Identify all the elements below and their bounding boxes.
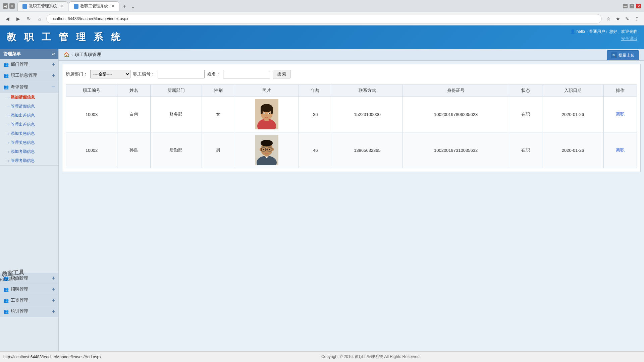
browser-tab-1[interactable]: 教职工管理系统 ✕ <box>17 1 68 11</box>
breadcrumb-separator: › <box>71 52 73 57</box>
manage-reward-label: 管理奖惩信息 <box>11 140 35 145</box>
training-label: 培训管理 <box>11 308 28 314</box>
ext-icon-3[interactable]: ✎ <box>623 15 631 23</box>
sidebar-section-position: 教室工具 KKK录像机 👥 职位管理 + <box>0 273 58 284</box>
td-id-card-2: 100200197310035632 <box>402 132 509 168</box>
sidebar-collapse-btn[interactable]: « <box>52 51 55 57</box>
table-header-row: 职工编号 姓名 所属部门 性别 照片 年龄 联系方式 身份证号 状态 入职日期 … <box>66 85 637 97</box>
upload-btn[interactable]: 🔍 批量上传 <box>607 50 639 60</box>
td-action-2[interactable]: 离职 <box>604 132 637 168</box>
td-age-2: 46 <box>299 132 332 168</box>
eval-icon: 👥 <box>3 84 9 89</box>
maximize-btn[interactable]: □ <box>630 4 634 8</box>
sidebar-item-add-reward[interactable]: 添加奖惩信息 <box>0 129 58 138</box>
ext-icon-2[interactable]: ★ <box>614 15 622 23</box>
manage-trip-label: 管理出差信息 <box>11 122 35 127</box>
staff-icon: 👥 <box>3 73 9 78</box>
address-bar[interactable]: localhost:64483/teacherManage/index.aspx <box>46 14 602 23</box>
sidebar-item-manage-reward[interactable]: 管理奖惩信息 <box>0 138 58 147</box>
status-bar: http://localhost:64483/teacherManage/lea… <box>0 351 644 362</box>
action-link-1[interactable]: 离职 <box>616 112 625 117</box>
td-status-1: 在职 <box>509 97 542 132</box>
new-tab-btn[interactable]: + <box>120 2 129 11</box>
position-add-btn[interactable]: + <box>52 275 55 281</box>
svg-point-18 <box>261 140 273 146</box>
action-link-2[interactable]: 离职 <box>616 147 625 153</box>
th-gender: 性别 <box>202 85 235 97</box>
emp-id-search-input[interactable] <box>158 70 205 78</box>
breadcrumb-current: 职工离职管理 <box>75 52 101 58</box>
browser-tab-2[interactable]: 教职工管理系统 ✕ <box>69 1 119 11</box>
position-label: 职位管理 <box>11 275 28 281</box>
name-search-input[interactable] <box>223 70 270 78</box>
sidebar-section-dept-header[interactable]: 👥 部门管理 + <box>0 59 58 70</box>
browser-extensions: ☆ ★ ✎ ⤴ <box>604 15 641 23</box>
ext-icon-1[interactable]: ☆ <box>604 15 612 23</box>
sidebar: 管理菜单 « 👥 部门管理 + 👥 职工信息管理 + 👥 考评管理 − <box>0 49 59 351</box>
sidebar-section-salary-header[interactable]: 👥 工资管理 + <box>0 295 58 306</box>
main-content: 🏠 › 职工离职管理 🔍 批量上传 所属部门： ----全部---- 财务部 后… <box>59 49 644 351</box>
staff-add-btn[interactable]: + <box>52 72 55 78</box>
sidebar-section-staff-header[interactable]: 👥 职工信息管理 + <box>0 70 58 81</box>
th-emp-id: 职工编号 <box>66 85 117 97</box>
search-row: 所属部门： ----全部---- 财务部 后勤部 教务部 行政部 职工编号： 姓… <box>66 68 637 80</box>
titlebar: ◀ ≡ 教职工管理系统 ✕ 教职工管理系统 ✕ + ▾ — □ ✕ <box>0 0 644 12</box>
nav-back-btn[interactable]: ◀ <box>3 15 11 23</box>
salary-icon: 👥 <box>3 298 9 303</box>
add-reward-label: 添加奖惩信息 <box>11 131 35 136</box>
manage-attend-label: 管理考勤信息 <box>11 158 35 164</box>
sidebar-section-training-header[interactable]: 👥 培训管理 + <box>0 306 58 317</box>
add-trip-label: 添加出差信息 <box>11 113 35 118</box>
upload-btn-label: 批量上传 <box>619 53 635 58</box>
search-button[interactable]: 搜 索 <box>273 70 290 78</box>
th-phone: 联系方式 <box>332 85 403 97</box>
tab-1-close[interactable]: ✕ <box>60 4 63 8</box>
dept-search-label: 所属部门： <box>66 71 88 77</box>
photo-container-2 <box>238 135 296 165</box>
eval-collapse-btn[interactable]: − <box>51 83 55 90</box>
svg-point-12 <box>266 115 267 116</box>
sidebar-item-manage-leave[interactable]: 管理请假信息 <box>0 102 58 111</box>
salary-add-btn[interactable]: + <box>52 297 55 303</box>
tab-2-label: 教职工管理系统 <box>80 3 108 9</box>
sidebar-section-eval-header[interactable]: 👥 考评管理 − <box>0 81 58 93</box>
table-row: 10002 孙良 后勤部 男 <box>66 132 637 168</box>
sidebar-section-dept: 👥 部门管理 + <box>0 59 58 70</box>
th-status: 状态 <box>509 85 542 97</box>
sidebar-item-add-leave[interactable]: 添加请假信息 <box>0 93 58 102</box>
sidebar-item-manage-trip[interactable]: 管理出差信息 <box>0 120 58 129</box>
training-icon: 👥 <box>3 309 9 314</box>
nav-forward-btn[interactable]: ▶ <box>14 15 22 23</box>
recruit-add-btn[interactable]: + <box>52 286 55 292</box>
sidebar-section-eval: 👥 考评管理 − 添加请假信息 管理请假信息 添加出差信息 管理出差信息 添加奖… <box>0 81 58 166</box>
minimize-btn[interactable]: — <box>623 4 628 8</box>
browser-chrome: ◀ ≡ 教职工管理系统 ✕ 教职工管理系统 ✕ + ▾ — □ ✕ ◀ ▶ ↻ … <box>0 0 644 25</box>
td-hire-date-1: 2020-01-26 <box>542 97 604 132</box>
sidebar-section-recruit: 👥 招聘管理 + <box>0 284 58 295</box>
tab-scroll-btn[interactable]: ▾ <box>129 4 136 11</box>
breadcrumb-home-icon[interactable]: 🏠 <box>64 52 69 57</box>
address-text: localhost:64483/teacherManage/index.aspx <box>51 16 128 21</box>
td-status-2: 在职 <box>509 132 542 168</box>
safe-exit-link[interactable]: 安全退出 <box>570 36 637 42</box>
sidebar-section-position-header[interactable]: 👥 职位管理 + <box>0 273 58 284</box>
nav-home-btn[interactable]: ⌂ <box>36 15 44 23</box>
sidebar-item-add-attend[interactable]: 添加考勤信息 <box>0 147 58 156</box>
td-action-1[interactable]: 离职 <box>604 97 637 132</box>
ext-icon-4[interactable]: ⤴ <box>633 15 641 23</box>
sidebar-section-recruit-header[interactable]: 👥 招聘管理 + <box>0 284 58 295</box>
dept-icon: 👥 <box>3 62 9 67</box>
th-dept: 所属部门 <box>150 85 202 97</box>
dept-add-btn[interactable]: + <box>52 61 55 67</box>
nav-refresh-btn[interactable]: ↻ <box>25 15 33 23</box>
sidebar-item-add-trip[interactable]: 添加出差信息 <box>0 111 58 120</box>
td-name-1: 白何 <box>117 97 151 132</box>
training-add-btn[interactable]: + <box>52 308 55 314</box>
th-photo: 照片 <box>235 85 299 97</box>
tab-2-close[interactable]: ✕ <box>111 4 114 8</box>
close-btn[interactable]: ✕ <box>636 4 641 8</box>
name-search-label: 姓名： <box>207 71 220 77</box>
td-emp-id-2: 10002 <box>66 132 117 168</box>
sidebar-item-manage-attend[interactable]: 管理考勤信息 <box>0 156 58 165</box>
dept-select[interactable]: ----全部---- 财务部 后勤部 教务部 行政部 <box>90 70 130 78</box>
